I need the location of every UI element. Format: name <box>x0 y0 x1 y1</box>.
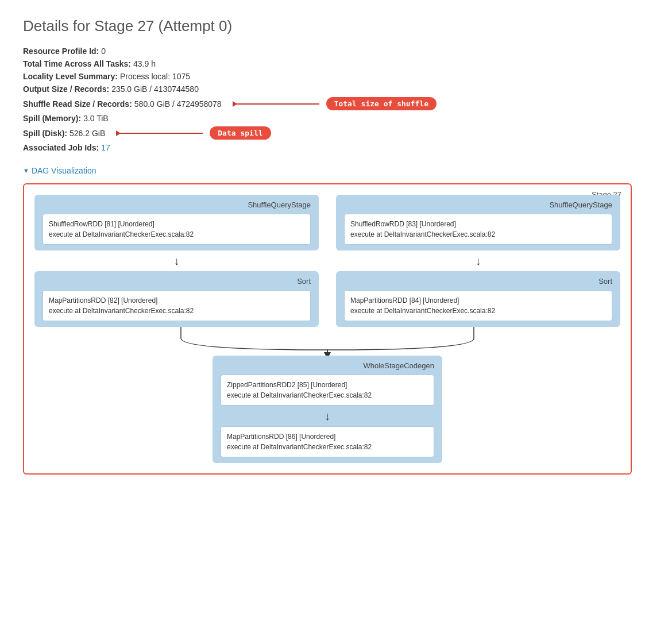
dag-left-node2: MapPartitionsRDD [82] [Unordered] execut… <box>43 290 311 321</box>
dag-converge-svg <box>34 327 620 356</box>
resource-profile-label: Resource Profile Id: <box>23 47 99 56</box>
dag-left-block1: ShuffleQueryStage ShuffledRowRDD [81] [U… <box>34 195 319 250</box>
dag-right-node2-line1: MapPartitionsRDD [84] [Unordered] <box>350 295 606 306</box>
dag-right-node1-line2: execute at DeltaInvariantCheckerExec.sca… <box>350 229 606 240</box>
spill-disk-label: Spill (Disk): <box>23 129 67 138</box>
page-title: Details for Stage 27 (Attempt 0) <box>23 17 649 35</box>
dag-left-column: ShuffleQueryStage ShuffledRowRDD [81] [U… <box>34 195 319 327</box>
dag-bottom-node1: ZippedPartitionsRDD2 [85] [Unordered] ex… <box>221 375 434 406</box>
dag-left-node1-line2: execute at DeltaInvariantCheckerExec.sca… <box>49 229 304 240</box>
dag-right-block1-title: ShuffleQueryStage <box>344 201 612 209</box>
dag-top-columns: ShuffleQueryStage ShuffledRowRDD [81] [U… <box>34 195 620 327</box>
dag-bottom-node2-line1: MapPartitionsRDD [86] [Unordered] <box>227 431 428 442</box>
dag-right-arrow1: ↓ <box>476 250 481 271</box>
dag-bottom-node1-line1: ZippedPartitionsRDD2 [85] [Unordered] <box>227 380 428 390</box>
spill-disk-value: 526.2 GiB <box>69 129 105 138</box>
shuffle-arrow <box>233 103 319 105</box>
associated-jobs-row: Associated Job Ids: 17 <box>23 143 649 152</box>
locality-value: Process local: 1075 <box>120 72 190 81</box>
dag-toggle-icon: ▼ <box>23 167 29 174</box>
dag-right-node1: ShuffledRowRDD [83] [Unordered] execute … <box>344 214 612 245</box>
resource-profile-value: 0 <box>101 47 106 56</box>
dag-bottom-node1-line2: execute at DeltaInvariantCheckerExec.sca… <box>227 390 428 400</box>
dag-bottom-node2-line2: execute at DeltaInvariantCheckerExec.sca… <box>227 442 428 452</box>
shuffle-annotation: Total size of shuffle <box>227 97 437 110</box>
locality-label: Locality Level Summary: <box>23 72 118 81</box>
locality-row: Locality Level Summary: Process local: 1… <box>23 72 649 81</box>
dag-left-node2-line2: execute at DeltaInvariantCheckerExec.sca… <box>49 306 304 316</box>
info-section: Resource Profile Id: 0 Total Time Across… <box>23 47 649 152</box>
spill-badge: Data spill <box>210 126 271 140</box>
dag-right-column: ShuffleQueryStage ShuffledRowRDD [83] [U… <box>336 195 620 327</box>
dag-bottom-block-title: WholeStageCodegen <box>221 361 434 370</box>
dag-bottom-wrapper: WholeStageCodegen ZippedPartitionsRDD2 [… <box>34 356 620 463</box>
resource-profile-row: Resource Profile Id: 0 <box>23 47 649 56</box>
associated-jobs-value: 17 <box>101 143 110 152</box>
dag-right-node2-line2: execute at DeltaInvariantCheckerExec.sca… <box>350 306 606 316</box>
spill-arrow <box>117 133 203 134</box>
dag-left-block2-title: Sort <box>43 277 311 286</box>
spill-annotation: Data spill <box>111 126 271 140</box>
dag-toggle-label: DAG Visualization <box>32 166 96 175</box>
dag-left-block1-title: ShuffleQueryStage <box>43 201 311 209</box>
shuffle-read-value: 580.0 GiB / 4724958078 <box>134 99 222 109</box>
output-size-row: Output Size / Records: 235.0 GiB / 41307… <box>23 84 649 94</box>
dag-right-node1-line1: ShuffledRowRDD [83] [Unordered] <box>350 219 606 229</box>
total-time-value: 43.9 h <box>133 59 156 68</box>
dag-bottom-block: WholeStageCodegen ZippedPartitionsRDD2 [… <box>213 356 442 463</box>
spill-disk-row: Spill (Disk): 526.2 GiB Data spill <box>23 126 649 140</box>
shuffle-read-row: Shuffle Read Size / Records: 580.0 GiB /… <box>23 97 649 110</box>
dag-right-block2-title: Sort <box>344 277 612 286</box>
spill-memory-row: Spill (Memory): 3.0 TiB <box>23 114 649 123</box>
total-time-row: Total Time Across All Tasks: 43.9 h <box>23 59 649 68</box>
dag-container: Stage 27 ShuffleQueryStage ShuffledRowRD… <box>23 183 632 475</box>
dag-bottom-section: WholeStageCodegen ZippedPartitionsRDD2 [… <box>213 356 442 463</box>
dag-left-arrow1: ↓ <box>174 250 180 271</box>
shuffle-read-label: Shuffle Read Size / Records: <box>23 99 132 109</box>
shuffle-badge: Total size of shuffle <box>326 97 437 110</box>
spill-memory-label: Spill (Memory): <box>23 114 81 123</box>
output-size-label: Output Size / Records: <box>23 84 109 94</box>
output-size-value: 235.0 GiB / 4130744580 <box>111 84 199 94</box>
dag-right-node2: MapPartitionsRDD [84] [Unordered] execut… <box>344 290 612 321</box>
total-time-label: Total Time Across All Tasks: <box>23 59 131 68</box>
spill-memory-value: 3.0 TiB <box>83 114 109 123</box>
dag-bottom-arrow: ↓ <box>221 406 434 426</box>
dag-left-node1-line1: ShuffledRowRDD [81] [Unordered] <box>49 219 304 229</box>
dag-bottom-node2: MapPartitionsRDD [86] [Unordered] execut… <box>221 426 434 457</box>
dag-left-block2: Sort MapPartitionsRDD [82] [Unordered] e… <box>34 271 319 327</box>
dag-right-block1: ShuffleQueryStage ShuffledRowRDD [83] [U… <box>336 195 620 250</box>
dag-toggle[interactable]: ▼ DAG Visualization <box>23 166 96 175</box>
dag-left-node2-line1: MapPartitionsRDD [82] [Unordered] <box>49 295 304 306</box>
associated-jobs-label: Associated Job Ids: <box>23 143 99 152</box>
dag-converge-arrows <box>34 327 620 356</box>
dag-right-block2: Sort MapPartitionsRDD [84] [Unordered] e… <box>336 271 620 327</box>
dag-left-node1: ShuffledRowRDD [81] [Unordered] execute … <box>43 214 311 245</box>
